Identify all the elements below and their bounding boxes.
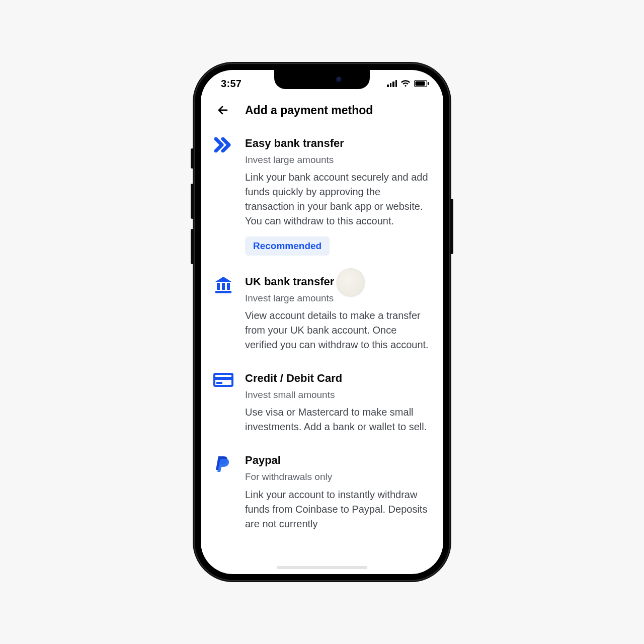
status-icons [387,80,429,87]
svg-rect-2 [428,82,429,85]
phone-frame: 3:57 [194,63,450,581]
payment-method-uk-bank-transfer[interactable]: UK bank transfer Invest large amounts Vi… [213,275,431,352]
pm-subtitle: Invest large amounts [245,153,431,167]
payment-method-paypal[interactable]: Paypal For withdrawals only Link your ac… [213,453,431,531]
wifi-icon [400,80,411,87]
status-time: 3:57 [221,78,242,90]
arrow-left-icon [217,104,229,116]
svg-rect-10 [216,382,222,384]
svg-rect-9 [214,377,232,380]
power-button [450,199,453,254]
pm-description: Link your account to instantly withdraw … [245,488,431,531]
pm-subtitle: Invest large amounts [245,292,431,305]
pm-subtitle: Invest small amounts [245,388,431,401]
payment-method-easy-bank-transfer[interactable]: Easy bank transfer Invest large amounts … [213,136,431,256]
svg-marker-3 [215,277,231,282]
header: Add a payment method [201,97,443,122]
volume-up-button [191,184,194,219]
notch [274,70,370,89]
bank-icon [213,275,234,294]
pm-description: View account details to make a transfer … [245,308,431,352]
svg-rect-4 [217,283,220,290]
svg-rect-6 [227,283,230,290]
svg-rect-7 [215,291,231,293]
back-button[interactable] [215,102,231,118]
pm-title: Easy bank transfer [245,136,431,150]
battery-icon [414,80,429,87]
pm-title: UK bank transfer [245,275,431,289]
mute-switch [191,148,194,169]
paypal-icon [213,453,234,473]
fast-forward-icon [213,136,234,152]
svg-rect-1 [416,82,425,86]
volume-down-button [191,229,194,264]
pm-description: Use visa or Mastercard to make small inv… [245,405,431,434]
pm-title: Credit / Debit Card [245,371,431,385]
card-icon [213,371,234,387]
payment-method-credit-debit-card[interactable]: Credit / Debit Card Invest small amounts… [213,371,431,434]
home-indicator [277,566,367,569]
front-camera [336,76,342,83]
pm-description: Link your bank account securely and add … [245,170,431,228]
pm-title: Paypal [245,453,431,467]
page-title: Add a payment method [245,104,373,117]
pm-subtitle: For withdrawals only [245,470,431,484]
screen: 3:57 [201,70,443,574]
svg-rect-5 [222,283,225,290]
cellular-icon [387,80,397,87]
payment-method-list: Easy bank transfer Invest large amounts … [201,122,443,531]
recommended-badge: Recommended [245,236,330,256]
